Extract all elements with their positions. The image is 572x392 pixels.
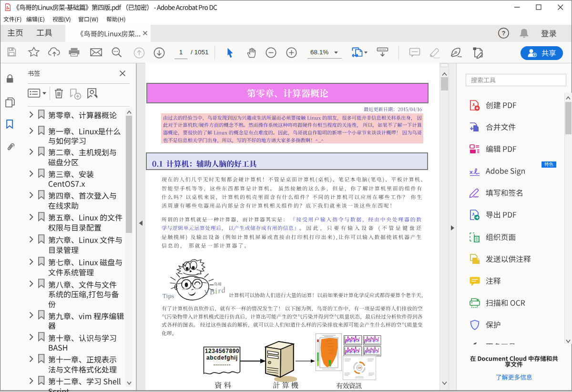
svg-text:GM: GM bbox=[358, 367, 361, 369]
svg-text:?: ? bbox=[502, 30, 506, 37]
